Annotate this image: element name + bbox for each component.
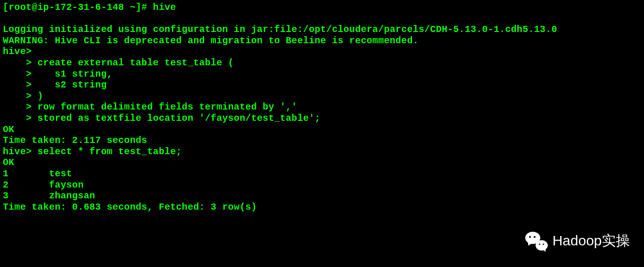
terminal-line: > row format delimited fields terminated… <box>3 102 641 113</box>
wechat-icon <box>525 232 548 251</box>
terminal-line: hive> select * from test_table; <box>3 146 641 157</box>
terminal-line: 3 zhangsan <box>3 190 641 202</box>
terminal-line: OK <box>3 157 641 168</box>
terminal-line: 2 fayson <box>3 180 641 191</box>
terminal-output[interactable]: [root@ip-172-31-6-148 ~]# hive Logging i… <box>0 0 644 214</box>
terminal-line: Logging initialized using configuration … <box>3 24 641 35</box>
terminal-line: > stored as textfile location '/fayson/t… <box>3 113 641 124</box>
watermark-text: Hadoop实操 <box>552 231 630 251</box>
terminal-line: > s2 string <box>3 79 641 91</box>
terminal-line <box>3 13 641 24</box>
terminal-line: [root@ip-172-31-6-148 ~]# hive <box>3 2 641 13</box>
terminal-line: Time taken: 2.117 seconds <box>3 135 641 146</box>
terminal-line: WARNING: Hive CLI is deprecated and migr… <box>3 35 641 47</box>
terminal-line: > create external table test_table ( <box>3 57 641 69</box>
terminal-line: Time taken: 0.683 seconds, Fetched: 3 ro… <box>3 202 641 213</box>
watermark: Hadoop实操 <box>525 231 630 251</box>
terminal-line: > s1 string, <box>3 69 641 80</box>
terminal-line: OK <box>3 124 641 135</box>
terminal-line: hive> <box>3 46 641 57</box>
terminal-line: 1 test <box>3 168 641 180</box>
terminal-line: > ) <box>3 91 641 102</box>
